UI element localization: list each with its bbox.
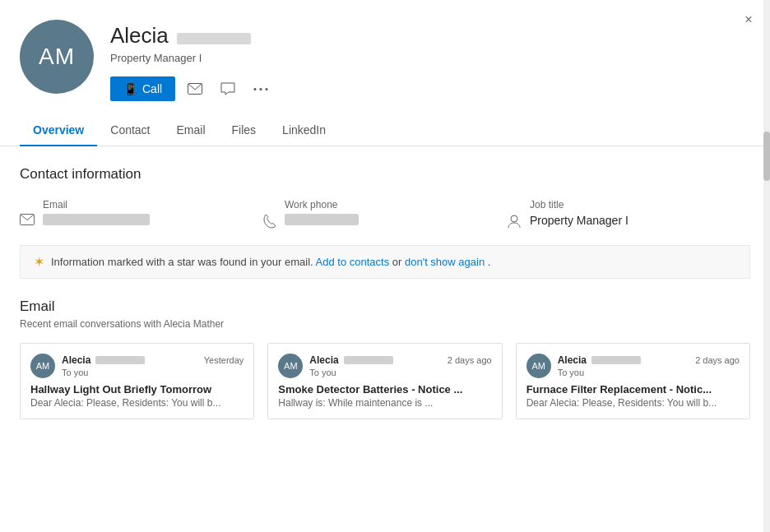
email-card-1-preview: Dear Alecia: Please, Residents: You will… (30, 397, 244, 409)
email-card-3-time: 2 days ago (695, 355, 740, 365)
email-card-3-sender: Alecia (558, 354, 641, 366)
email-card-1[interactable]: AM Alecia Yesterday To you Hallway Light… (20, 343, 254, 419)
email-card-2-sender: Alecia (309, 354, 392, 366)
profile-title: Property Manager I (110, 52, 274, 64)
email-section-title: Email (20, 298, 750, 315)
email-card-1-header: AM Alecia Yesterday To you (30, 354, 244, 378)
email-card-3-header: AM Alecia 2 days ago To you (526, 354, 740, 378)
email-card-3-meta: Alecia 2 days ago To you (558, 354, 740, 377)
svg-point-3 (266, 88, 268, 90)
main-content: Contact information Email W (0, 146, 770, 419)
email-card-3-sender-blur (591, 356, 641, 364)
email-card-1-time: Yesterday (204, 355, 244, 365)
email-card-3-subject: Furnace Filter Replacement - Notic... (526, 383, 740, 396)
chat-icon (220, 82, 235, 95)
call-label: Call (142, 82, 162, 95)
email-card-2-header: AM Alecia 2 days ago To you (278, 354, 491, 378)
phone-field-icon (263, 214, 276, 232)
profile-name: Alecia (110, 23, 169, 49)
tab-files[interactable]: Files (219, 115, 270, 146)
nav-tabs: Overview Contact Email Files LinkedIn (0, 115, 770, 146)
tab-overview[interactable]: Overview (20, 115, 97, 146)
email-card-2[interactable]: AM Alecia 2 days ago To you Smoke Detect… (267, 343, 502, 419)
job-title-field-icon (507, 214, 522, 232)
email-card-1-to: To you (62, 368, 244, 377)
email-card-3[interactable]: AM Alecia 2 days ago To you Furnace Filt… (516, 343, 750, 419)
email-card-1-meta: Alecia Yesterday To you (62, 354, 244, 377)
email-card-3-sender-row: Alecia 2 days ago (558, 354, 740, 366)
tab-contact[interactable]: Contact (97, 115, 163, 146)
email-card-1-subject: Hallway Light Out Briefly Tomorrow (30, 383, 244, 396)
email-card-2-to: To you (309, 368, 491, 377)
email-card-3-avatar: AM (526, 354, 551, 378)
email-card-3-to: To you (558, 368, 740, 377)
job-title-value: Property Manager I (530, 214, 629, 227)
add-to-contacts-link[interactable]: Add to contacts (316, 256, 390, 268)
tab-linkedin[interactable]: LinkedIn (269, 115, 339, 146)
email-card-2-subject: Smoke Detector Batteries - Notice ... (278, 383, 491, 396)
email-card-2-sender-blur (344, 356, 393, 364)
contact-job-title-field: Job title Property Manager I (507, 199, 750, 232)
email-icon (188, 83, 202, 95)
more-button[interactable] (248, 76, 274, 102)
close-button[interactable]: × (737, 8, 760, 31)
chat-button[interactable] (215, 76, 241, 102)
email-value-blur (43, 214, 150, 225)
job-title-label: Job title (530, 199, 629, 210)
contact-section-title: Contact information (20, 166, 750, 183)
email-card-1-sender-blur (95, 356, 145, 364)
email-cards: AM Alecia Yesterday To you Hallway Light… (20, 343, 750, 419)
email-card-2-meta: Alecia 2 days ago To you (309, 354, 491, 377)
call-icon: 📱 (123, 82, 137, 95)
contact-phone-field: Work phone (263, 199, 507, 232)
call-button[interactable]: 📱 Call (110, 76, 175, 101)
profile-info: Alecia Property Manager I 📱 Call (110, 20, 274, 102)
email-card-2-preview: Hallway is: While maintenance is ... (278, 397, 491, 409)
tab-email[interactable]: Email (164, 115, 219, 146)
work-phone-label: Work phone (285, 199, 359, 210)
scrollbar-track (763, 0, 770, 532)
email-card-2-sender-row: Alecia 2 days ago (309, 354, 491, 366)
email-card-1-avatar: AM (30, 354, 55, 378)
job-title-field-content: Job title Property Manager I (530, 199, 629, 227)
email-field-content: Email (43, 199, 150, 225)
contact-info-grid: Email Work phone (20, 199, 750, 232)
email-card-2-avatar: AM (278, 354, 303, 378)
profile-name-extra-blur (177, 33, 251, 44)
dont-show-again-link[interactable]: don't show again (405, 256, 485, 268)
email-field-icon (20, 214, 35, 229)
email-label: Email (43, 199, 150, 210)
email-card-1-sender-row: Alecia Yesterday (62, 354, 244, 366)
info-banner: ✶ Information marked with a star was fou… (20, 245, 750, 279)
action-buttons: 📱 Call (110, 76, 274, 102)
email-subtitle: Recent email conversations with Alecia M… (20, 318, 750, 330)
svg-point-1 (254, 88, 257, 90)
profile-header: AM Alecia Property Manager I 📱 Call (0, 0, 770, 115)
email-button[interactable] (182, 76, 208, 102)
email-card-3-preview: Dear Alecia: Please, Residents: You will… (526, 397, 740, 409)
phone-field-content: Work phone (285, 199, 359, 225)
phone-value-blur (285, 214, 359, 225)
contact-email-field: Email (20, 199, 263, 229)
scrollbar-thumb[interactable] (763, 132, 770, 181)
avatar: AM (20, 20, 94, 94)
info-banner-text: Information marked with a star was found… (51, 256, 490, 268)
email-card-2-time: 2 days ago (448, 355, 492, 365)
profile-name-row: Alecia (110, 23, 274, 49)
svg-point-5 (511, 215, 517, 222)
email-section: Email Recent email conversations with Al… (20, 298, 750, 419)
more-icon (253, 87, 268, 91)
email-card-1-sender: Alecia (62, 354, 145, 366)
star-icon: ✶ (34, 254, 44, 270)
svg-point-2 (260, 88, 262, 90)
close-icon: × (744, 12, 752, 27)
